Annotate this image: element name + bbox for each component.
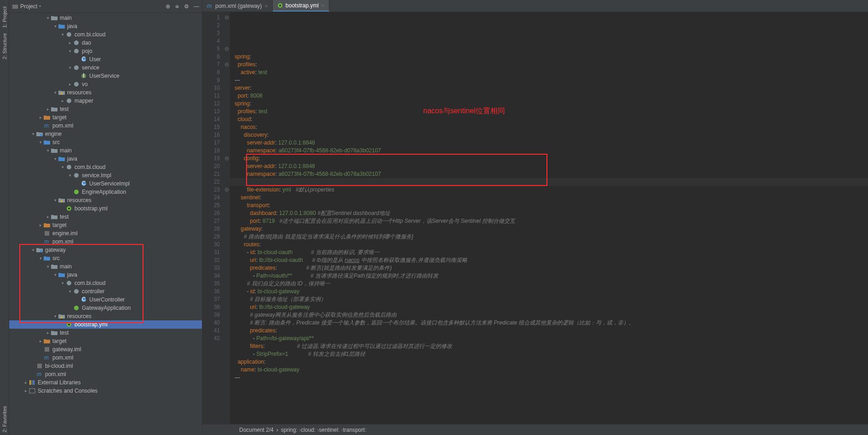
code-line[interactable]: name: bi-cloud-gateway [235,366,868,374]
tree-node[interactable]: ▾com.bi.cloud [9,30,202,39]
code-line[interactable]: - id: bi-cloud-gateway [235,288,868,296]
code-line[interactable]: # gateway网关从服务注册中心获取实例信息然后负载后路由 [235,311,868,319]
tree-node[interactable]: ▸External Libraries [9,378,202,387]
favorites-tool-tab[interactable]: 2: Favorites [1,403,8,435]
code-line[interactable]: # 目标服务地址（部署多实例） [235,296,868,303]
tree-node[interactable]: mpom.xml [9,122,202,130]
expand-arrow-icon[interactable]: ▾ [52,273,58,277]
expand-arrow-icon[interactable]: ▾ [60,165,65,169]
code-line[interactable]: profiles: test [235,108,868,116]
tree-node[interactable]: EngineApplication [9,188,202,196]
tree-node[interactable]: mpom.xml [9,354,202,362]
code-line[interactable]: cloud: [235,116,868,123]
collapse-icon[interactable]: ≑ [175,3,179,10]
locate-icon[interactable]: ⊕ [166,3,170,10]
code-line[interactable]: discovery: [235,131,868,139]
code-line[interactable]: active: test [235,69,868,76]
tree-node[interactable]: ▾pojo [9,47,202,55]
expand-arrow-icon[interactable]: ▾ [52,157,58,161]
tree-node[interactable]: ▸test [9,329,202,337]
tree-node[interactable]: ▾service.Impl [9,171,202,180]
expand-arrow-icon[interactable]: ▾ [52,314,58,319]
code-line[interactable]: transport: [235,202,868,209]
structure-tool-tab[interactable]: 2: Structure [1,30,8,62]
code-line[interactable]: port: 8008 [235,92,868,100]
code-line[interactable]: config: [235,155,868,162]
code-line[interactable]: predicates: # 断言(就是路由转发要满足的条件) [235,264,868,272]
breadcrumb-item[interactable]: cloud: [301,427,319,433]
tree-node[interactable]: ▾src [9,138,202,146]
expand-arrow-icon[interactable]: ▾ [67,49,73,53]
expand-arrow-icon[interactable]: ▾ [60,281,65,285]
tree-node[interactable]: IUserService [9,72,202,80]
code-line[interactable]: server-addr: 127.0.0.1:8848 [235,162,868,170]
close-icon[interactable]: × [322,3,324,8]
expand-arrow-icon[interactable]: ▸ [60,99,65,103]
editor-tab[interactable]: mpom.xml (gateway)× [202,0,273,12]
tree-node[interactable]: ▾main [9,146,202,155]
tree-node[interactable]: bi-cloud.iml [9,362,202,370]
tree-node[interactable]: ▸target [9,337,202,345]
hide-icon[interactable]: — [194,3,199,10]
tree-node[interactable]: bootstrap.yml [9,320,202,329]
code-line[interactable]: port: 8719 #这个端口配置会在应用对应的机器上启动一个Http Ser… [235,217,868,225]
expand-arrow-icon[interactable]: ▸ [67,82,73,87]
tree-node[interactable]: ▸Scratches and Consoles [9,387,202,395]
tree-node[interactable]: gateway.iml [9,345,202,354]
tree-node[interactable]: ▾main [9,14,202,22]
fold-gutter[interactable]: ⊖ ⊖ ⊖ ⊖ ⊖ [224,12,230,424]
code-line[interactable]: - Path=/bi-gateway/api/** [235,335,868,342]
code-line[interactable]: gateway: [235,225,868,233]
code-line[interactable]: uri: lb://bi-cloud-gateway [235,303,868,311]
tree-node[interactable]: ▾java [9,22,202,30]
expand-arrow-icon[interactable]: ▾ [45,264,51,269]
close-icon[interactable]: × [264,3,267,9]
expand-arrow-icon[interactable]: ▾ [30,132,36,136]
code-line[interactable]: # 我们自定义的路由 ID，保持唯一 [235,280,868,288]
tree-node[interactable]: ▾src [9,254,202,262]
tree-node[interactable]: ▾gateway [9,246,202,254]
tree-node[interactable]: mpom.xml [9,370,202,378]
tree-node[interactable]: ▸vo [9,80,202,88]
tree-node[interactable]: ▾main [9,262,202,271]
line-gutter[interactable]: 1234567891011121314151617181920212223242… [202,12,224,424]
expand-arrow-icon[interactable]: ▾ [52,198,58,203]
code-line[interactable]: spring: [235,53,868,61]
tree-node[interactable]: bootstrap.yml [9,204,202,213]
tree-node[interactable]: ▸mapper [9,97,202,105]
code-line[interactable]: # 路由数组[路由 就是指定当请求满足什么条件的时候转到哪个微服务] [235,233,868,241]
code-line[interactable]: uri: lb://bi-cloud-oauth # lb指的是从 nacos … [235,256,868,264]
expand-arrow-icon[interactable]: ▾ [67,289,73,294]
expand-arrow-icon[interactable]: ▸ [38,223,43,227]
code-line[interactable]: filters: # 过滤器,请求在传递过程中可以通过过滤器对其进行一定的修改 [235,342,868,350]
tree-node[interactable]: GatewayApplication [9,304,202,312]
code-line[interactable]: --- [235,374,868,382]
editor-tab[interactable]: bootstrap.yml× [273,0,329,12]
tree-node[interactable]: CUserController [9,296,202,304]
expand-arrow-icon[interactable]: ▸ [38,115,43,120]
tree-node[interactable]: CUserServiceImpl [9,180,202,188]
expand-arrow-icon[interactable]: ▾ [30,248,36,252]
sidebar-title[interactable]: Project ▾ [12,3,41,10]
expand-arrow-icon[interactable]: ▾ [52,24,58,29]
project-tree[interactable]: ▾main▾java▾com.bi.cloud▸dao▾pojoCUser▾se… [9,13,202,435]
tree-node[interactable]: ▾java [9,155,202,163]
expand-arrow-icon[interactable]: ▾ [67,65,73,70]
expand-arrow-icon[interactable]: ▾ [38,140,43,145]
project-tool-tab[interactable]: 1: Project [1,4,8,30]
tree-node[interactable]: ▸target [9,221,202,229]
tree-node[interactable]: ▾controller [9,287,202,296]
expand-arrow-icon[interactable]: ▾ [45,16,51,20]
code-line[interactable]: profiles: [235,61,868,69]
code-line[interactable]: application: [235,358,868,366]
tree-node[interactable]: ▾resources [9,196,202,204]
tree-node[interactable]: ▾java [9,271,202,279]
expand-arrow-icon[interactable]: ▸ [45,107,51,111]
breadcrumb-item[interactable]: spring: [281,427,301,433]
expand-arrow-icon[interactable]: ▾ [67,173,73,178]
tree-node[interactable]: ▸test [9,105,202,113]
tree-node[interactable]: ▾com.bi.cloud [9,279,202,287]
tree-node[interactable]: ▸dao [9,39,202,47]
code-line[interactable]: spring: [235,100,868,108]
code-line[interactable]: file-extension: yml #默认properties [235,186,868,194]
